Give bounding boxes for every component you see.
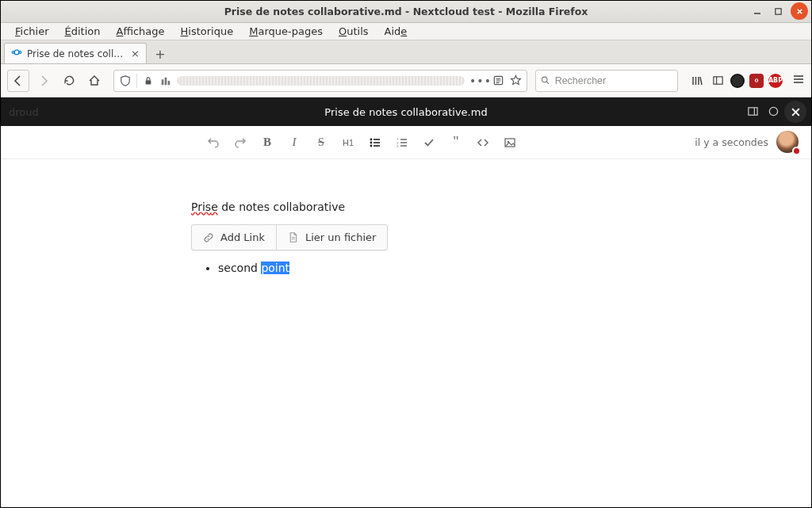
code-button[interactable] [475, 135, 491, 151]
menu-tools[interactable]: Outils [331, 24, 377, 39]
quote-button[interactable]: " [448, 135, 464, 151]
titlebar: Prise de notes collaborative.md - Nextcl… [1, 1, 811, 23]
svg-rect-8 [162, 79, 164, 85]
link-toolbar: Add Link Lier un fichier [191, 224, 388, 250]
url-field[interactable]: ••• [113, 70, 527, 92]
page-content: droud Prise de notes collaborative.md [1, 97, 811, 507]
sidebar-icon[interactable] [710, 73, 726, 89]
extension-icons: ABP [689, 73, 783, 89]
forward-button [33, 70, 55, 92]
svg-point-30 [769, 107, 777, 115]
svg-point-37 [370, 144, 373, 147]
strike-button[interactable]: S [313, 135, 329, 151]
nc-brand: droud [9, 106, 39, 118]
close-tab-icon[interactable]: × [131, 48, 140, 59]
svg-point-4 [14, 50, 19, 55]
svg-rect-7 [146, 80, 151, 84]
svg-rect-9 [165, 77, 167, 85]
maximize-button[interactable] [770, 3, 786, 19]
reader-mode-icon[interactable] [492, 74, 504, 87]
search-field[interactable] [535, 70, 678, 92]
svg-line-20 [700, 77, 702, 85]
svg-point-15 [542, 77, 547, 82]
extension-dark-icon[interactable] [730, 74, 745, 88]
list-item[interactable]: second point [218, 262, 635, 274]
italic-button[interactable]: I [286, 135, 302, 151]
bold-button[interactable]: B [259, 135, 275, 151]
document-header-title: Prise de notes collaborative.md [324, 106, 487, 118]
menubar: Fichier Édition Affichage Historique Mar… [1, 23, 811, 40]
menu-history[interactable]: Historique [173, 24, 242, 39]
link-file-label: Lier un fichier [305, 231, 376, 243]
home-button[interactable] [83, 70, 105, 92]
nc-close-button[interactable] [784, 101, 806, 123]
app-menu-button[interactable] [792, 73, 805, 89]
page-actions-icon[interactable]: ••• [474, 74, 487, 87]
bullet-list-button[interactable] [367, 135, 383, 151]
document-body[interactable]: Prise de notes collaborative Add Link Li… [1, 159, 811, 507]
menu-file[interactable]: Fichier [7, 24, 57, 39]
minimize-button[interactable] [749, 3, 765, 19]
tab-label: Prise de notes collaborat [27, 48, 126, 59]
checklist-button[interactable] [421, 135, 437, 151]
add-link-label: Add Link [220, 231, 265, 243]
menu-view[interactable]: Affichage [108, 24, 172, 39]
heading-button[interactable]: H1 [340, 135, 356, 151]
navigation-toolbar: ••• ABP [1, 64, 811, 97]
link-icon [203, 232, 214, 243]
library-icon[interactable] [689, 73, 705, 89]
bookmark-star-icon[interactable] [509, 74, 522, 87]
save-status: il y a secondes [695, 136, 768, 148]
svg-rect-24 [756, 79, 756, 82]
nextcloud-header: droud Prise de notes collaborative.md [1, 97, 811, 126]
tracking-shield-icon[interactable] [119, 74, 132, 87]
svg-line-16 [546, 82, 549, 84]
menu-bookmarks[interactable]: Marque-pages [241, 24, 331, 39]
back-button[interactable] [7, 70, 29, 92]
window-title: Prise de notes collaborative.md - Nextcl… [224, 6, 588, 17]
close-window-button[interactable] [791, 2, 808, 20]
menu-help[interactable]: Aide [377, 24, 416, 39]
svg-point-33 [370, 138, 373, 140]
svg-rect-28 [749, 108, 757, 115]
search-icon [541, 75, 550, 86]
browser-tab[interactable]: Prise de notes collaborat × [4, 43, 147, 63]
svg-rect-10 [168, 81, 170, 85]
new-tab-button[interactable]: + [150, 44, 170, 63]
link-file-button[interactable]: Lier un fichier [276, 225, 387, 250]
nc-sidebar-toggle-icon[interactable] [747, 105, 759, 120]
svg-point-6 [19, 52, 21, 54]
bullet-list[interactable]: second point [218, 262, 635, 274]
adblock-icon[interactable]: ABP [768, 74, 783, 88]
svg-rect-21 [713, 77, 722, 84]
ordered-list-button[interactable]: 123 [394, 135, 410, 151]
nc-more-icon[interactable] [768, 105, 779, 120]
lock-icon[interactable] [142, 74, 155, 87]
redo-button[interactable] [232, 135, 248, 151]
svg-text:3: 3 [396, 144, 399, 148]
editor-toolbar: B I S H1 123 " [1, 126, 811, 159]
svg-point-35 [370, 141, 373, 143]
file-icon [288, 232, 299, 243]
add-link-button[interactable]: Add Link [192, 225, 276, 250]
status-dot-icon [792, 147, 801, 155]
url-text-blurred [177, 76, 465, 86]
reload-button[interactable] [58, 70, 80, 92]
permissions-icon[interactable] [159, 74, 172, 87]
user-avatar[interactable] [776, 131, 800, 155]
document-title-text[interactable]: Prise de notes collaborative [191, 201, 635, 213]
ublock-icon[interactable] [749, 74, 764, 88]
svg-rect-1 [775, 8, 780, 13]
menu-edit[interactable]: Édition [57, 24, 109, 39]
tab-bar: Prise de notes collaborat × + [1, 40, 811, 64]
search-input[interactable] [555, 75, 672, 86]
image-button[interactable] [502, 135, 518, 151]
svg-point-5 [12, 52, 14, 54]
nextcloud-favicon-icon [11, 47, 22, 60]
selected-text: point [261, 262, 289, 274]
undo-button[interactable] [205, 135, 221, 151]
